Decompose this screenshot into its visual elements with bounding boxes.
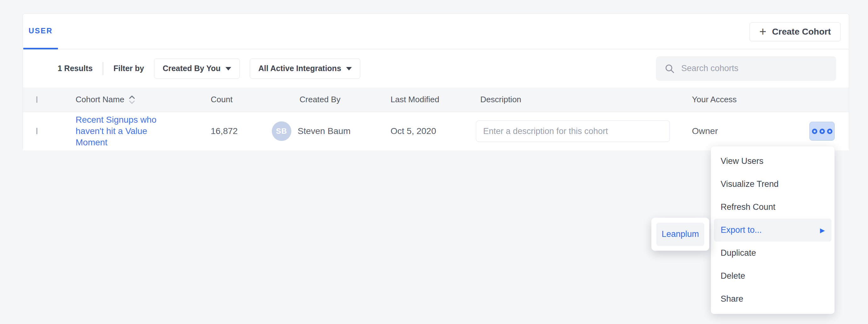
submenu-arrow-icon: ▶ bbox=[820, 226, 825, 234]
create-cohort-button[interactable]: + Create Cohort bbox=[750, 22, 841, 41]
cohort-count: 16,872 bbox=[211, 126, 272, 136]
submenu-item-leanplum[interactable]: Leanplum bbox=[656, 223, 704, 246]
chevron-down-icon bbox=[225, 67, 231, 70]
create-cohort-label: Create Cohort bbox=[772, 27, 831, 37]
column-header-description: Description bbox=[476, 95, 692, 104]
more-options-icon bbox=[819, 129, 825, 134]
tab-user[interactable]: USER bbox=[23, 13, 58, 49]
column-header-your-access: Your Access bbox=[692, 95, 809, 104]
menu-item-visualize-trend[interactable]: Visualize Trend bbox=[711, 173, 835, 196]
created-by-cell: SB Steven Baum bbox=[272, 121, 391, 141]
filter-by-label: Filter by bbox=[113, 64, 144, 73]
export-submenu: Leanplum bbox=[651, 218, 709, 251]
filter-bar: 1 Results Filter by Created By You All A… bbox=[23, 49, 849, 87]
cohort-name-link[interactable]: Recent Signups who haven't hit a Value M… bbox=[75, 114, 164, 148]
row-actions-button[interactable] bbox=[809, 122, 835, 141]
created-by-dropdown-label: Created By You bbox=[162, 64, 220, 73]
menu-item-delete[interactable]: Delete bbox=[711, 264, 835, 288]
menu-item-export-to-label: Export to... bbox=[721, 225, 762, 235]
integrations-dropdown-label: All Active Integrations bbox=[258, 64, 341, 73]
column-header-created-by: Created By bbox=[272, 95, 391, 104]
more-options-icon bbox=[827, 129, 832, 134]
column-header-last-modified: Last Modified bbox=[391, 95, 476, 104]
column-header-cohort-name[interactable]: Cohort Name bbox=[75, 95, 211, 105]
menu-item-view-users[interactable]: View Users bbox=[711, 150, 835, 173]
description-input[interactable] bbox=[476, 120, 670, 142]
plus-icon: + bbox=[760, 26, 766, 37]
access-cell: Owner bbox=[692, 126, 809, 136]
integrations-dropdown[interactable]: All Active Integrations bbox=[250, 59, 360, 79]
row-actions-menu: View Users Visualize Trend Refresh Count… bbox=[711, 146, 835, 314]
menu-item-refresh-count[interactable]: Refresh Count bbox=[711, 196, 835, 219]
created-by-dropdown[interactable]: Created By You bbox=[154, 59, 240, 79]
search-input[interactable] bbox=[681, 64, 828, 73]
menu-item-duplicate[interactable]: Duplicate bbox=[711, 242, 835, 264]
chevron-down-icon bbox=[346, 67, 352, 70]
search-cohorts-box bbox=[656, 56, 836, 81]
creator-name: Steven Baum bbox=[298, 126, 350, 136]
row-checkbox[interactable] bbox=[36, 128, 37, 134]
select-all-checkbox[interactable] bbox=[36, 96, 37, 103]
last-modified-cell: Oct 5, 2020 bbox=[391, 126, 476, 136]
tab-user-label: USER bbox=[29, 27, 53, 35]
results-count: 1 Results bbox=[58, 64, 93, 73]
more-options-icon bbox=[812, 129, 817, 134]
table-header: Cohort Name Count Created By Last Modifi… bbox=[23, 87, 849, 112]
column-header-count: Count bbox=[211, 95, 272, 104]
tab-bar: USER + Create Cohort bbox=[23, 13, 849, 49]
avatar: SB bbox=[272, 121, 291, 141]
menu-item-export-to[interactable]: Export to... ▶ bbox=[714, 219, 832, 242]
cohorts-card: USER + Create Cohort 1 Results Filter by… bbox=[23, 13, 849, 150]
sort-icon[interactable] bbox=[128, 95, 136, 105]
vertical-divider bbox=[103, 62, 103, 75]
table-row: Recent Signups who haven't hit a Value M… bbox=[23, 112, 849, 150]
menu-item-share[interactable]: Share bbox=[711, 288, 835, 311]
search-icon bbox=[664, 63, 675, 74]
